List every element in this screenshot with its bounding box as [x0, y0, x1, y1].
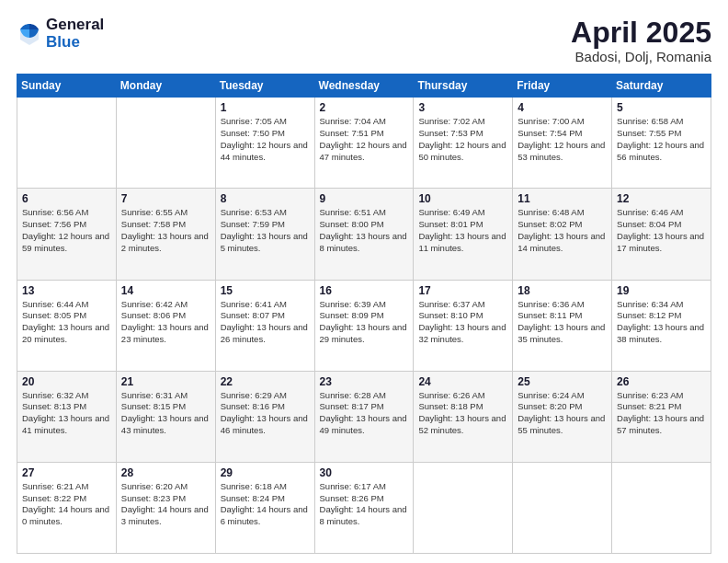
- day-info: Sunrise: 6:31 AM Sunset: 8:15 PM Dayligh…: [121, 390, 210, 437]
- day-number: 18: [518, 284, 607, 297]
- calendar-cell: 29Sunrise: 6:18 AM Sunset: 8:24 PM Dayli…: [215, 462, 314, 553]
- calendar-cell: 13Sunrise: 6:44 AM Sunset: 8:05 PM Dayli…: [17, 280, 117, 371]
- calendar-week-row: 20Sunrise: 6:32 AM Sunset: 8:13 PM Dayli…: [17, 371, 711, 462]
- calendar-cell: 19Sunrise: 6:34 AM Sunset: 8:12 PM Dayli…: [612, 280, 711, 371]
- calendar-cell: 2Sunrise: 7:04 AM Sunset: 7:51 PM Daylig…: [314, 98, 414, 189]
- day-number: 19: [617, 284, 706, 297]
- calendar-cell: 10Sunrise: 6:49 AM Sunset: 8:01 PM Dayli…: [414, 189, 513, 280]
- calendar-cell: 8Sunrise: 6:53 AM Sunset: 7:59 PM Daylig…: [215, 189, 314, 280]
- calendar-cell: 26Sunrise: 6:23 AM Sunset: 8:21 PM Dayli…: [612, 371, 711, 462]
- calendar-cell: 28Sunrise: 6:20 AM Sunset: 8:23 PM Dayli…: [116, 462, 215, 553]
- day-info: Sunrise: 6:37 AM Sunset: 8:10 PM Dayligh…: [418, 299, 507, 346]
- day-number: 30: [320, 466, 409, 479]
- calendar-cell: [513, 462, 612, 553]
- day-number: 6: [22, 192, 111, 205]
- day-info: Sunrise: 6:55 AM Sunset: 7:58 PM Dayligh…: [121, 207, 210, 254]
- day-info: Sunrise: 6:44 AM Sunset: 8:05 PM Dayligh…: [22, 299, 111, 346]
- day-number: 11: [518, 192, 607, 205]
- calendar-table: SundayMondayTuesdayWednesdayThursdayFrid…: [17, 74, 711, 554]
- day-info: Sunrise: 6:41 AM Sunset: 8:07 PM Dayligh…: [221, 299, 310, 346]
- calendar-cell: 18Sunrise: 6:36 AM Sunset: 8:11 PM Dayli…: [513, 280, 612, 371]
- calendar-cell: 3Sunrise: 7:02 AM Sunset: 7:53 PM Daylig…: [414, 98, 513, 189]
- day-number: 9: [320, 192, 409, 205]
- header: General Blue April 2025 Badosi, Dolj, Ro…: [17, 17, 711, 64]
- day-number: 23: [320, 375, 409, 388]
- calendar-cell: 17Sunrise: 6:37 AM Sunset: 8:10 PM Dayli…: [414, 280, 513, 371]
- calendar-cell: [414, 462, 513, 553]
- calendar-cell: 15Sunrise: 6:41 AM Sunset: 8:07 PM Dayli…: [215, 280, 314, 371]
- logo-text: General Blue: [46, 17, 104, 51]
- day-info: Sunrise: 6:42 AM Sunset: 8:06 PM Dayligh…: [121, 299, 210, 346]
- day-number: 12: [617, 192, 706, 205]
- day-number: 3: [418, 101, 507, 114]
- day-info: Sunrise: 6:49 AM Sunset: 8:01 PM Dayligh…: [418, 207, 507, 254]
- day-info: Sunrise: 6:24 AM Sunset: 8:20 PM Dayligh…: [518, 390, 607, 437]
- calendar-cell: 22Sunrise: 6:29 AM Sunset: 8:16 PM Dayli…: [215, 371, 314, 462]
- day-info: Sunrise: 6:36 AM Sunset: 8:11 PM Dayligh…: [518, 299, 607, 346]
- day-number: 29: [221, 466, 310, 479]
- calendar-header-tuesday: Tuesday: [215, 75, 314, 98]
- month-title: April 2025: [571, 17, 711, 49]
- logo-icon: [17, 21, 42, 47]
- logo-blue: Blue: [46, 34, 104, 52]
- day-info: Sunrise: 6:29 AM Sunset: 8:16 PM Dayligh…: [221, 390, 310, 437]
- title-section: April 2025 Badosi, Dolj, Romania: [571, 17, 711, 64]
- calendar-header-row: SundayMondayTuesdayWednesdayThursdayFrid…: [17, 75, 711, 98]
- page: General Blue April 2025 Badosi, Dolj, Ro…: [0, 0, 728, 563]
- calendar-cell: 12Sunrise: 6:46 AM Sunset: 8:04 PM Dayli…: [612, 189, 711, 280]
- calendar-cell: 4Sunrise: 7:00 AM Sunset: 7:54 PM Daylig…: [513, 98, 612, 189]
- calendar-week-row: 1Sunrise: 7:05 AM Sunset: 7:50 PM Daylig…: [17, 98, 711, 189]
- day-info: Sunrise: 6:48 AM Sunset: 8:02 PM Dayligh…: [518, 207, 607, 254]
- day-info: Sunrise: 6:53 AM Sunset: 7:59 PM Dayligh…: [221, 207, 310, 254]
- calendar-cell: 14Sunrise: 6:42 AM Sunset: 8:06 PM Dayli…: [116, 280, 215, 371]
- day-info: Sunrise: 6:56 AM Sunset: 7:56 PM Dayligh…: [22, 207, 111, 254]
- day-info: Sunrise: 6:17 AM Sunset: 8:26 PM Dayligh…: [320, 481, 409, 528]
- calendar-header-wednesday: Wednesday: [314, 75, 414, 98]
- day-number: 22: [221, 375, 310, 388]
- calendar-cell: 1Sunrise: 7:05 AM Sunset: 7:50 PM Daylig…: [215, 98, 314, 189]
- location: Badosi, Dolj, Romania: [571, 49, 711, 64]
- day-number: 28: [121, 466, 210, 479]
- day-info: Sunrise: 6:20 AM Sunset: 8:23 PM Dayligh…: [121, 481, 210, 528]
- calendar-cell: 7Sunrise: 6:55 AM Sunset: 7:58 PM Daylig…: [116, 189, 215, 280]
- day-info: Sunrise: 6:21 AM Sunset: 8:22 PM Dayligh…: [22, 481, 111, 528]
- day-info: Sunrise: 6:34 AM Sunset: 8:12 PM Dayligh…: [617, 299, 706, 346]
- day-info: Sunrise: 6:18 AM Sunset: 8:24 PM Dayligh…: [221, 481, 310, 528]
- calendar-cell: [116, 98, 215, 189]
- logo-general: General: [46, 17, 104, 34]
- calendar-cell: 5Sunrise: 6:58 AM Sunset: 7:55 PM Daylig…: [612, 98, 711, 189]
- day-info: Sunrise: 6:26 AM Sunset: 8:18 PM Dayligh…: [418, 390, 507, 437]
- day-number: 16: [320, 284, 409, 297]
- calendar-week-row: 27Sunrise: 6:21 AM Sunset: 8:22 PM Dayli…: [17, 462, 711, 553]
- calendar-cell: 23Sunrise: 6:28 AM Sunset: 8:17 PM Dayli…: [314, 371, 414, 462]
- day-number: 17: [418, 284, 507, 297]
- calendar-cell: 25Sunrise: 6:24 AM Sunset: 8:20 PM Dayli…: [513, 371, 612, 462]
- day-info: Sunrise: 6:58 AM Sunset: 7:55 PM Dayligh…: [617, 116, 706, 163]
- day-number: 15: [221, 284, 310, 297]
- day-number: 20: [22, 375, 111, 388]
- day-info: Sunrise: 7:05 AM Sunset: 7:50 PM Dayligh…: [221, 116, 310, 163]
- day-number: 14: [121, 284, 210, 297]
- calendar-header-friday: Friday: [513, 75, 612, 98]
- logo: General Blue: [17, 17, 104, 51]
- day-info: Sunrise: 6:32 AM Sunset: 8:13 PM Dayligh…: [22, 390, 111, 437]
- calendar-header-thursday: Thursday: [414, 75, 513, 98]
- day-number: 24: [418, 375, 507, 388]
- day-info: Sunrise: 7:02 AM Sunset: 7:53 PM Dayligh…: [418, 116, 507, 163]
- day-info: Sunrise: 6:39 AM Sunset: 8:09 PM Dayligh…: [320, 299, 409, 346]
- calendar-cell: 11Sunrise: 6:48 AM Sunset: 8:02 PM Dayli…: [513, 189, 612, 280]
- day-info: Sunrise: 6:51 AM Sunset: 8:00 PM Dayligh…: [320, 207, 409, 254]
- day-number: 26: [617, 375, 706, 388]
- day-number: 27: [22, 466, 111, 479]
- day-number: 21: [121, 375, 210, 388]
- calendar-week-row: 6Sunrise: 6:56 AM Sunset: 7:56 PM Daylig…: [17, 189, 711, 280]
- day-info: Sunrise: 6:28 AM Sunset: 8:17 PM Dayligh…: [320, 390, 409, 437]
- calendar-cell: [17, 98, 117, 189]
- calendar-week-row: 13Sunrise: 6:44 AM Sunset: 8:05 PM Dayli…: [17, 280, 711, 371]
- calendar-header-sunday: Sunday: [17, 75, 117, 98]
- calendar-cell: 20Sunrise: 6:32 AM Sunset: 8:13 PM Dayli…: [17, 371, 117, 462]
- calendar-cell: 9Sunrise: 6:51 AM Sunset: 8:00 PM Daylig…: [314, 189, 414, 280]
- day-number: 1: [221, 101, 310, 114]
- day-number: 13: [22, 284, 111, 297]
- day-number: 4: [518, 101, 607, 114]
